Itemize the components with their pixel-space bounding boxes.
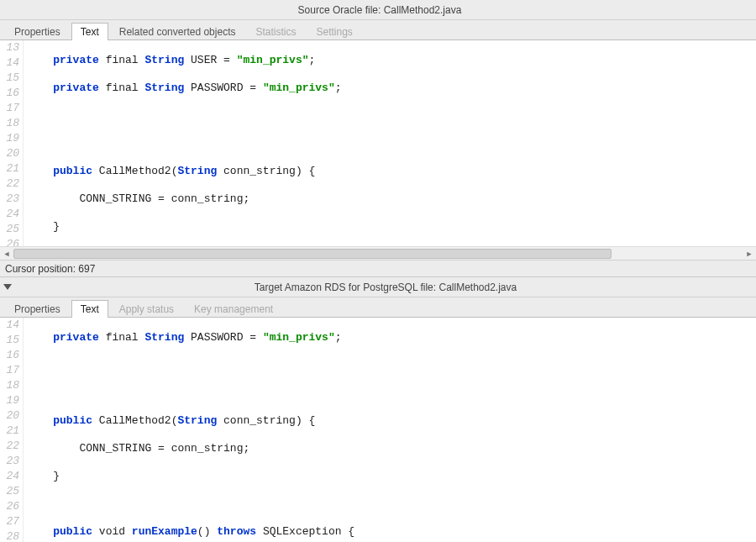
tab-text[interactable]: Text [71,23,108,40]
source-status: Cursor position: 697 [0,260,756,276]
target-gutter: 14 15 16 17 18 19 20 21 22 23 24 25 26 2… [0,318,24,542]
tab-apply-status: Apply status [110,300,183,318]
source-title-row: Source Oracle file: CallMethod2.java [0,0,756,20]
target-code[interactable]: private final String PASSWORD = "min_pri… [24,318,756,542]
target-code-area[interactable]: 14 15 16 17 18 19 20 21 22 23 24 25 26 2… [0,318,756,542]
target-panel: Target Amazon RDS for PostgreSQL file: C… [0,277,756,542]
tab-key-management: Key management [185,300,282,318]
target-title-row: Target Amazon RDS for PostgreSQL file: C… [0,277,756,297]
source-title: Source Oracle file: CallMethod2.java [3,4,756,16]
target-tabs: Properties Text Apply status Key managem… [0,297,756,318]
scroll-right-icon[interactable]: ► [743,247,756,260]
scroll-left-icon[interactable]: ◄ [0,247,13,260]
source-panel: Source Oracle file: CallMethod2.java Pro… [0,0,756,277]
source-tabs: Properties Text Related converted object… [0,20,756,40]
tab-settings: Settings [307,23,361,40]
source-hscrollbar[interactable]: ◄ ► [0,246,756,260]
tab-text[interactable]: Text [71,300,108,318]
tab-properties[interactable]: Properties [5,23,70,40]
scroll-track[interactable] [13,247,743,260]
tab-related[interactable]: Related converted objects [110,23,245,40]
target-title: Target Amazon RDS for PostgreSQL file: C… [15,282,756,293]
source-code[interactable]: private final String USER = "min_privs";… [24,40,756,246]
source-code-area[interactable]: 13 14 15 16 17 18 19 20 21 22 23 24 25 2… [0,40,756,246]
collapse-icon[interactable] [3,284,12,290]
tab-statistics: Statistics [246,23,305,40]
scroll-thumb[interactable] [13,249,612,259]
tab-properties[interactable]: Properties [5,300,70,318]
source-gutter: 13 14 15 16 17 18 19 20 21 22 23 24 25 2… [0,40,24,246]
